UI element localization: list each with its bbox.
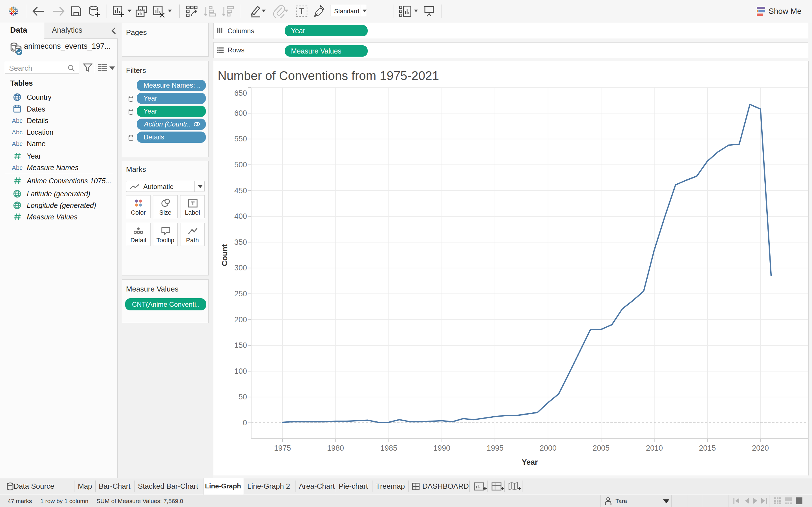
- svg-text:50: 50: [239, 393, 247, 401]
- svg-text:1995: 1995: [487, 444, 504, 452]
- svg-text:1985: 1985: [380, 444, 397, 452]
- svg-text:2020: 2020: [752, 444, 769, 452]
- svg-text:100: 100: [234, 367, 247, 376]
- svg-text:1975: 1975: [274, 444, 291, 452]
- svg-text:300: 300: [234, 264, 247, 272]
- svg-text:1980: 1980: [327, 444, 344, 452]
- svg-text:2015: 2015: [699, 444, 716, 452]
- svg-text:200: 200: [234, 316, 247, 324]
- svg-text:2000: 2000: [540, 444, 557, 452]
- svg-text:400: 400: [234, 212, 247, 221]
- svg-text:350: 350: [234, 238, 247, 246]
- svg-text:500: 500: [234, 161, 247, 169]
- svg-text:2005: 2005: [593, 444, 610, 452]
- svg-text:150: 150: [234, 341, 247, 349]
- svg-text:1990: 1990: [434, 444, 450, 452]
- svg-text:Year: Year: [522, 458, 538, 466]
- svg-text:450: 450: [234, 186, 247, 195]
- svg-text:550: 550: [234, 135, 247, 143]
- svg-text:650: 650: [234, 89, 247, 98]
- svg-text:0: 0: [243, 418, 247, 427]
- svg-text:Count: Count: [220, 244, 229, 266]
- svg-text:600: 600: [234, 109, 247, 117]
- svg-text:2010: 2010: [646, 444, 663, 452]
- svg-text:250: 250: [234, 290, 247, 298]
